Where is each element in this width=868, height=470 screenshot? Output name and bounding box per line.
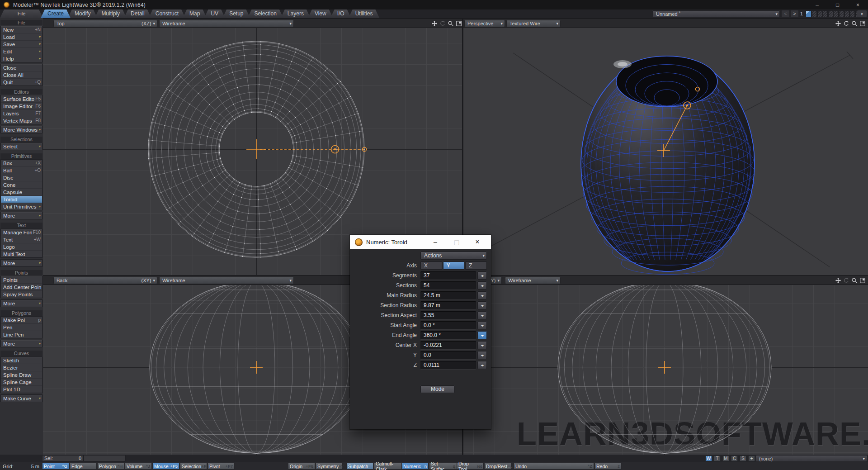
stepper-center-x[interactable]: ◂▸	[477, 341, 487, 349]
mode-box-c[interactable]: C	[731, 456, 738, 461]
tab-i-o[interactable]: I/O	[330, 9, 351, 18]
toolbar-selection[interactable]: Selection+F8	[180, 463, 207, 470]
render-mode-dropdown-tl[interactable]: Wireframe ▾	[159, 20, 294, 27]
viewport-perspective[interactable]	[463, 28, 868, 275]
field-input-center-x[interactable]: -0.0221	[420, 341, 476, 349]
viewport-type-dropdown-bl[interactable]: Back (XY) ▾	[53, 277, 157, 284]
toolbar-edge[interactable]: Edge	[70, 463, 97, 470]
tab-construct[interactable]: Construct	[149, 9, 185, 18]
sidebar-item-plot-1d[interactable]: Plot 1D	[1, 386, 42, 393]
sidebar-item-pen[interactable]: Pen	[1, 324, 42, 331]
sidebar-item-add-center-point[interactable]: Add Center Point	[1, 284, 42, 291]
stepper-end-angle[interactable]: ◂▸	[477, 331, 487, 339]
render-mode-dropdown-tr[interactable]: Textured Wire ▾	[506, 20, 561, 27]
field-input-section-radius[interactable]: 9.87 m	[420, 301, 476, 309]
sidebar-item-make-pol[interactable]: Make Polp	[1, 317, 42, 324]
rotate-viewport-icon[interactable]	[439, 20, 446, 27]
sidebar-item-image-editor[interactable]: Image EditorF6	[1, 103, 42, 110]
prev-layer-button[interactable]: <	[782, 10, 789, 17]
sidebar-item-help[interactable]: Help▾	[1, 55, 42, 62]
mode-button[interactable]: Mode	[420, 385, 455, 393]
field-input-end-angle[interactable]: 360.0 °	[420, 331, 476, 339]
layer-tile[interactable]	[844, 10, 849, 17]
layer-tile-selected[interactable]	[806, 10, 811, 17]
sidebar-item-box[interactable]: Box+X	[1, 160, 42, 167]
maximize-viewport-icon[interactable]	[455, 20, 462, 27]
toolbar-subpatch[interactable]: Subpatch	[346, 463, 373, 470]
pan-viewport-icon[interactable]	[835, 20, 842, 27]
rotate-viewport-icon[interactable]	[843, 277, 850, 284]
toolbar-undo[interactable]: Undo^Z	[514, 463, 594, 470]
mode-box-w[interactable]: W	[705, 456, 712, 461]
stepper-section-aspect[interactable]: ◂▸	[477, 311, 487, 319]
sidebar-item-manage-fonts[interactable]: Manage FontsF10	[1, 229, 42, 236]
tab-multiply[interactable]: Multiply	[94, 9, 127, 18]
stepper-main-radius[interactable]: ◂▸	[477, 291, 487, 299]
toolbar-drop-rest[interactable]: Drop/Rest…/	[484, 463, 511, 470]
dialog-minimize-button[interactable]: –	[428, 235, 443, 249]
layer-tile[interactable]	[817, 10, 822, 17]
toolbar-set-surfac[interactable]: Set Surfac…q	[429, 463, 457, 470]
toolbar-redo[interactable]: Redoz	[594, 463, 622, 470]
tab-selection[interactable]: Selection	[247, 9, 283, 18]
layer-tile[interactable]	[828, 10, 833, 17]
toolbar-polygon[interactable]: Polygon^H	[97, 463, 124, 470]
field-input-z[interactable]: 0.0111	[420, 361, 476, 369]
layer-tile[interactable]	[834, 10, 839, 17]
toolbar-mouse[interactable]: Mouse+F5	[152, 463, 179, 470]
maximize-button[interactable]: □	[827, 0, 848, 9]
minimize-button[interactable]: –	[807, 0, 827, 9]
render-mode-dropdown-br[interactable]: Wireframe ▾	[505, 277, 561, 284]
sidebar-item-points[interactable]: Points	[1, 276, 42, 284]
sidebar-item-save[interactable]: Save▾	[1, 41, 42, 48]
sidebar-item-logo[interactable]: Logo	[1, 243, 42, 251]
sidebar-item-vertex-maps[interactable]: Vertex MapsF8	[1, 117, 42, 124]
stepper-start-angle[interactable]: ◂▸	[477, 321, 487, 329]
toolbar-drop-tool[interactable]: Drop Toolret	[457, 463, 484, 470]
sidebar-item-disc[interactable]: Disc	[1, 174, 42, 181]
toolbar-pivot[interactable]: Pivot+F7	[208, 463, 235, 470]
sidebar-item-toroid[interactable]: Toroid	[1, 196, 42, 203]
sidebar-item-more[interactable]: More▾	[1, 300, 42, 307]
tab-detail[interactable]: Detail	[124, 9, 151, 18]
sidebar-item-spline-draw[interactable]: Spline Draw	[1, 371, 42, 379]
mode-box-t[interactable]: T	[714, 456, 721, 461]
object-selector-dropdown[interactable]: Unnamed * ▾	[652, 10, 780, 17]
sidebar-item-unit-primitives[interactable]: Unit Primitives▾	[1, 203, 42, 210]
zoom-viewport-icon[interactable]	[447, 20, 454, 27]
sidebar-item-cone[interactable]: Cone	[1, 181, 42, 189]
close-button[interactable]: ×	[848, 0, 868, 9]
layer-bank-dropdown[interactable]: ▾	[857, 10, 867, 17]
tab-utilities[interactable]: Utilities	[349, 9, 380, 18]
sidebar-item-more[interactable]: More▾	[1, 340, 42, 347]
sidebar-item-close-all[interactable]: Close All	[1, 71, 42, 79]
stepper-sections[interactable]: ◂▸	[477, 281, 487, 290]
toolbar-catmull-clark[interactable]: Catmull-Clark	[374, 463, 402, 470]
actions-dropdown[interactable]: Actions ▾	[420, 252, 487, 260]
dialog-titlebar[interactable]: Numeric: Toroid – ▢ ×	[350, 235, 491, 249]
viewport-right[interactable]: LEARN3DSOFTWARE.com	[463, 285, 868, 455]
toolbar-symmetry[interactable]: Symmetry+Y	[316, 463, 343, 470]
sidebar-item-close[interactable]: Close	[1, 64, 42, 71]
axis-option-x[interactable]: X	[420, 261, 442, 270]
stepper-z[interactable]: ◂▸	[477, 361, 487, 369]
pan-viewport-icon[interactable]	[431, 20, 438, 27]
tab-uv[interactable]: UV	[204, 9, 225, 18]
sidebar-item-line-pen[interactable]: Line Pen	[1, 331, 42, 338]
toolbar-numeric[interactable]: Numericn	[401, 463, 429, 470]
sidebar-item-more[interactable]: More▾	[1, 260, 42, 266]
sidebar-item-spline-cage[interactable]: Spline Cage	[1, 379, 42, 386]
tab-map[interactable]: Map	[183, 9, 207, 18]
sidebar-item-select[interactable]: Select▾	[1, 143, 42, 150]
tab-setup[interactable]: Setup	[222, 9, 250, 18]
sidebar-item-more-windows[interactable]: More Windows▾	[1, 126, 42, 133]
tab-view[interactable]: View	[308, 9, 333, 18]
viewport-type-dropdown-tr[interactable]: Perspective ▾	[464, 20, 505, 27]
sidebar-item-new[interactable]: New+N	[1, 26, 42, 33]
maximize-viewport-icon[interactable]	[859, 20, 866, 27]
sidebar-item-bezier[interactable]: Bezier	[1, 364, 42, 371]
field-input-main-radius[interactable]: 24.5 m	[420, 291, 476, 299]
sidebar-item-multi-text[interactable]: Multi Text	[1, 251, 42, 257]
layer-tile[interactable]	[850, 10, 855, 17]
field-input-segments[interactable]: 37	[420, 271, 476, 280]
